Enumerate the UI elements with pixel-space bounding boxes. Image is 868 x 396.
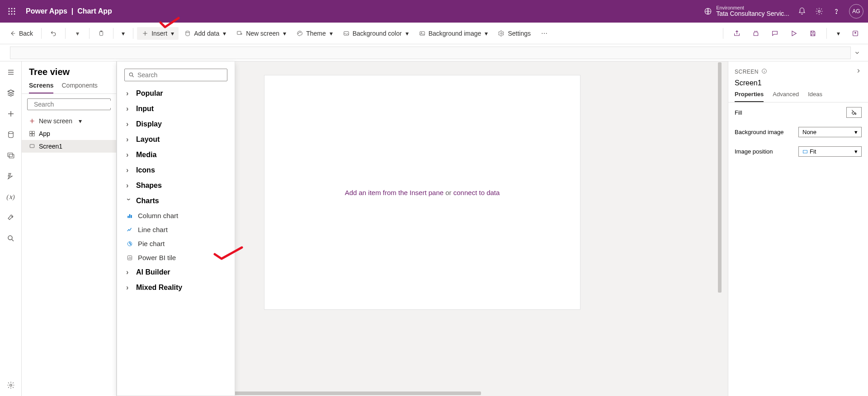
svg-rect-26 (9, 154, 14, 158)
insert-cat-ai-builder[interactable]: ›AI Builder (117, 265, 235, 280)
insert-search[interactable] (124, 69, 227, 81)
settings-gear-icon[interactable] (815, 7, 824, 16)
svg-point-3 (9, 11, 10, 12)
app-launcher-icon[interactable] (5, 4, 19, 19)
undo-icon (50, 30, 57, 37)
insert-search-input[interactable] (137, 71, 223, 79)
canvas-hint-insert-link[interactable]: Add an item from the Insert pane (345, 189, 443, 196)
svg-point-11 (836, 13, 837, 14)
tree-search-input[interactable] (34, 101, 113, 108)
new-screen-tree-button[interactable]: New screen ▾ (22, 115, 116, 127)
info-icon[interactable] (761, 68, 767, 75)
expand-formula-bar[interactable] (851, 50, 863, 56)
app-checker-button[interactable] (748, 27, 764, 40)
properties-screen-name: Screen1 (728, 77, 868, 91)
theme-button[interactable]: Theme ▾ (292, 27, 337, 40)
undo-button[interactable] (45, 27, 61, 40)
settings-rail-icon[interactable] (4, 378, 18, 392)
design-canvas[interactable]: Add an item from the Insert pane or conn… (264, 75, 580, 310)
pie-chart-icon (126, 241, 133, 247)
insert-item-column-chart[interactable]: Column chart (117, 209, 235, 223)
environment-name: Tata Consultancy Servic... (716, 10, 789, 17)
hamburger-icon[interactable] (4, 65, 18, 79)
notifications-icon[interactable] (797, 7, 807, 16)
insert-cat-icons[interactable]: ›Icons (117, 163, 235, 178)
preview-button[interactable] (786, 27, 802, 40)
svg-point-14 (186, 31, 189, 33)
props-tab-advanced[interactable]: Advanced (773, 91, 799, 102)
settings-button[interactable]: Settings (493, 27, 535, 40)
chevron-right-icon: › (126, 120, 132, 128)
paste-dropdown[interactable]: ▾ (117, 27, 129, 40)
svg-point-2 (14, 8, 15, 9)
back-button[interactable]: Back (5, 27, 38, 40)
background-color-button[interactable]: Background color ▾ (338, 27, 413, 40)
insert-rail-icon[interactable] (4, 107, 18, 121)
plus-icon (142, 30, 149, 37)
props-tab-ideas[interactable]: Ideas (808, 91, 822, 102)
prop-label-image-position: Image position (735, 148, 773, 155)
chevron-down-icon: ▾ (74, 30, 81, 37)
tree-view-title: Tree view (22, 67, 116, 82)
properties-panel: SCREEN Screen1 Properties Advanced Ideas… (728, 61, 868, 396)
canvas-hint: Add an item from the Insert pane or conn… (345, 189, 500, 196)
search-icon (128, 72, 135, 78)
svg-rect-34 (30, 144, 34, 148)
media-rail-icon[interactable] (4, 148, 18, 163)
insert-item-line-chart[interactable]: Line chart (117, 223, 235, 237)
svg-rect-30 (30, 131, 32, 134)
advanced-tools-icon[interactable] (4, 210, 18, 225)
vertical-scrollbar[interactable] (717, 61, 722, 391)
help-icon[interactable] (832, 7, 841, 16)
user-avatar[interactable]: AG (849, 4, 863, 19)
tree-search[interactable] (27, 98, 111, 110)
insert-cat-shapes[interactable]: ›Shapes (117, 178, 235, 193)
environment-picker[interactable]: Environment Tata Consultancy Servic... (703, 5, 789, 17)
variables-icon[interactable]: (𝑥) (4, 190, 18, 204)
tree-item-screen1[interactable]: Screen1 (22, 140, 116, 153)
collapse-properties-icon[interactable] (855, 68, 862, 75)
save-button[interactable] (805, 27, 821, 40)
paste-button[interactable] (93, 27, 109, 40)
gear-icon (498, 30, 505, 37)
canvas-hint-data-link[interactable]: connect to data (453, 189, 500, 196)
insert-cat-input[interactable]: ›Input (117, 101, 235, 116)
insert-cat-popular[interactable]: ›Popular (117, 86, 235, 101)
tree-item-app[interactable]: App (22, 127, 116, 140)
share-button[interactable] (729, 27, 745, 40)
screen-add-icon (236, 30, 243, 37)
save-dropdown[interactable]: ▾ (832, 27, 844, 40)
search-rail-icon[interactable] (4, 231, 18, 246)
undo-dropdown[interactable]: ▾ (69, 27, 85, 40)
background-image-button[interactable]: Background image ▾ (414, 27, 493, 40)
power-automate-icon[interactable] (4, 169, 18, 183)
insert-cat-display[interactable]: ›Display (117, 116, 235, 132)
insert-cat-mixed-reality[interactable]: ›Mixed Reality (117, 280, 235, 295)
formula-input[interactable] (10, 47, 851, 59)
insert-cat-charts[interactable]: ›Charts (117, 193, 235, 209)
chevron-right-icon: › (126, 182, 132, 190)
insert-cat-layout[interactable]: ›Layout (117, 132, 235, 147)
props-tab-properties[interactable]: Properties (735, 91, 764, 102)
line-chart-icon (126, 227, 133, 233)
arrow-left-icon (9, 30, 16, 37)
insert-cat-media[interactable]: ›Media (117, 147, 235, 163)
image-position-select[interactable]: Fit ▾ (798, 146, 862, 157)
tab-screens[interactable]: Screens (29, 82, 53, 93)
share-icon (733, 30, 741, 37)
data-rail-icon[interactable] (4, 127, 18, 142)
chevron-right-icon: › (126, 268, 132, 276)
new-screen-button[interactable]: New screen ▾ (231, 27, 291, 40)
svg-rect-32 (30, 134, 32, 136)
add-data-button[interactable]: Add data ▾ (179, 27, 231, 40)
comments-button[interactable] (767, 27, 783, 40)
publish-button[interactable] (847, 27, 863, 40)
bg-image-select[interactable]: None ▾ (798, 127, 862, 137)
fill-color-picker[interactable] (846, 107, 862, 118)
tab-components[interactable]: Components (61, 82, 97, 93)
chevron-right-icon: › (126, 135, 132, 144)
tree-view-icon[interactable] (4, 86, 18, 100)
comment-icon (771, 30, 778, 37)
database-icon (184, 30, 191, 37)
toolbar-overflow[interactable]: ⋯ (536, 27, 552, 40)
